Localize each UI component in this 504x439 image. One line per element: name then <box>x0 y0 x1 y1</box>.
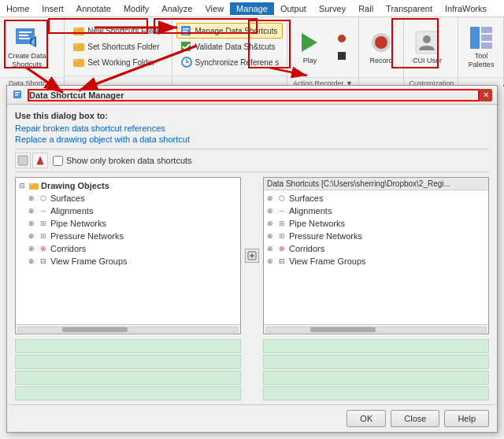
menu-modify[interactable]: Modify <box>117 2 155 15</box>
details-area <box>15 339 489 402</box>
expand-icon: ⊕ <box>267 257 276 265</box>
right-view-frame-groups[interactable]: ⊕ ⊟ View Frame Groups <box>265 255 487 267</box>
repair-link[interactable]: Repair broken data shortcut references <box>15 124 489 133</box>
svg-point-19 <box>338 35 346 42</box>
new-folder-icon <box>72 24 85 37</box>
drawing-objects-root[interactable]: ⊟ Drawing Objects <box>17 179 239 192</box>
new-shortcuts-folder-label: New Shortcuts Folder <box>87 27 163 35</box>
dialog-close-button[interactable]: ✕ <box>480 89 492 101</box>
menu-analyze[interactable]: Analyze <box>155 2 198 15</box>
show-broken-checkbox[interactable] <box>53 156 63 166</box>
create-data-shortcuts-button[interactable]: Create DataShortcuts <box>2 20 52 75</box>
manage-icon <box>180 24 193 37</box>
show-broken-label[interactable]: Show only broken data shortcuts <box>53 156 192 166</box>
validate-data-shortcuts-button[interactable]: Validate Data Sh&tcuts <box>176 39 284 54</box>
ok-button[interactable]: OK <box>346 410 386 427</box>
drawing-objects-label: Drawing Objects <box>41 181 109 190</box>
expand-icon: ⊕ <box>267 220 276 227</box>
dialog-body: Use this dialog box to: Repair broken da… <box>7 105 497 408</box>
close-button[interactable]: Close <box>391 410 439 427</box>
left-pressure-networks[interactable]: ⊕ ⊞ Pressure Networks <box>27 230 239 242</box>
right-corridors[interactable]: ⊕ ⊗ Corridors <box>265 242 487 255</box>
svg-point-24 <box>423 35 431 43</box>
right-surfaces[interactable]: ⊕ ⬡ Surfaces <box>265 192 487 205</box>
expand-icon: ⊕ <box>28 207 38 215</box>
corridors-label: Corridors <box>50 244 86 253</box>
menu-survey[interactable]: Survey <box>313 2 352 15</box>
left-corridors[interactable]: ⊕ ⊗ Corridors <box>27 242 239 255</box>
left-surfaces[interactable]: ⊕ ⬡ Surfaces <box>27 192 239 205</box>
svg-rect-13 <box>183 28 189 30</box>
svg-rect-26 <box>481 27 492 33</box>
green-row-3 <box>15 371 241 385</box>
svg-marker-33 <box>37 157 43 164</box>
validate-icon <box>180 40 193 53</box>
cui-user-button[interactable]: CUI User <box>406 20 447 75</box>
set-working-folder-button[interactable]: Set Working Folder <box>69 54 167 70</box>
tool-palettes-label: ToolPalettes <box>469 52 495 69</box>
play-button[interactable]: Play <box>289 20 330 75</box>
toolbar-btn-2[interactable] <box>32 153 48 168</box>
toolbar-btn-1[interactable] <box>15 153 31 168</box>
record-label: Record <box>369 57 392 65</box>
svg-rect-35 <box>29 183 33 186</box>
help-button[interactable]: Help <box>444 410 489 427</box>
right-pipe-networks[interactable]: ⊕ ⊞ Pipe Networks <box>265 217 487 230</box>
play-group: Play Action Recorder ▼ <box>287 17 358 85</box>
green-row-4 <box>15 386 241 400</box>
svg-rect-20 <box>338 52 346 60</box>
svg-point-22 <box>375 36 387 49</box>
svg-rect-7 <box>73 28 78 30</box>
right-scrollbar[interactable] <box>264 324 488 334</box>
svg-rect-3 <box>19 38 30 39</box>
expand-icon: ⊕ <box>28 194 38 202</box>
cui-user-group: CUI User Customization <box>404 17 458 85</box>
menu-output[interactable]: Output <box>274 2 313 15</box>
left-view-frame-groups[interactable]: ⊕ ⊟ View Frame Groups <box>27 255 239 267</box>
right-pressure-networks[interactable]: ⊕ ⊞ Pressure Networks <box>265 230 487 242</box>
manage-buttons: Manage Data Shortcuts Validate Data Sh&t… <box>175 20 285 73</box>
stop-btn[interactable] <box>332 48 354 64</box>
menu-infraworks[interactable]: InfraWorks <box>439 2 493 15</box>
menu-insert[interactable]: Insert <box>35 2 70 15</box>
new-shortcuts-folder-button[interactable]: New Shortcuts Folder <box>69 23 167 39</box>
dialog-footer: OK Close Help <box>7 404 497 432</box>
shortcuts-folder-group: New Shortcuts Folder Set Shortcuts Folde… <box>65 17 172 85</box>
svg-rect-15 <box>183 33 188 35</box>
expand-icon: ⊕ <box>28 220 38 227</box>
svg-rect-1 <box>19 31 32 33</box>
manage-data-shortcuts-label: Manage Data Shortcuts <box>195 27 278 35</box>
viewframe-icon: ⊟ <box>38 256 49 267</box>
menu-rail[interactable]: Rail <box>352 2 380 15</box>
viewframe-icon: ⊟ <box>276 256 287 267</box>
right-green-row-1 <box>263 339 489 353</box>
menu-home[interactable]: Home <box>0 2 35 15</box>
menu-view[interactable]: View <box>198 2 230 15</box>
menu-manage[interactable]: Manage <box>230 2 274 15</box>
dialog-title-icon <box>12 89 24 101</box>
menu-transparent[interactable]: Transparent <box>380 2 439 15</box>
menu-annotate[interactable]: Annotate <box>70 2 117 15</box>
left-pipe-networks[interactable]: ⊕ ⊞ Pipe Networks <box>27 217 239 230</box>
right-pipe-networks-label: Pipe Networks <box>289 219 345 228</box>
synchronize-references-button[interactable]: Synchronize Referene s <box>176 54 284 70</box>
left-alignments[interactable]: ⊕ ↔ Alignments <box>27 205 239 217</box>
tool-palettes-button[interactable]: ToolPalettes <box>461 20 502 75</box>
manage-data-shortcuts-button[interactable]: Manage Data Shortcuts <box>176 23 284 39</box>
right-alignments[interactable]: ⊕ ↔ Alignments <box>265 205 487 217</box>
folder-buttons: New Shortcuts Folder Set Shortcuts Folde… <box>67 20 169 73</box>
expand-icon: ⊕ <box>28 245 38 253</box>
replace-link[interactable]: Replace a drawing object with a data sho… <box>15 135 489 144</box>
record-button[interactable]: Record <box>361 20 402 75</box>
set-shortcuts-folder-button[interactable]: Set Shortcuts Folder <box>69 39 167 54</box>
edit-icon-button[interactable] <box>245 249 259 263</box>
record-play-btn[interactable] <box>332 31 354 46</box>
surface-icon: ⬡ <box>38 193 49 204</box>
svg-rect-28 <box>481 42 492 49</box>
set-working-folder-label: Set Working Folder <box>87 58 154 67</box>
left-scrollbar[interactable] <box>16 324 240 334</box>
expand-icon: ⊕ <box>28 257 38 265</box>
create-data-shortcuts-group: Create DataShortcuts Data Shortcuts ▼ <box>0 17 65 85</box>
right-panel: Data Shortcuts [C:\Users\sherring\Dropbo… <box>263 177 489 334</box>
expand-icon: ⊟ <box>19 182 28 190</box>
